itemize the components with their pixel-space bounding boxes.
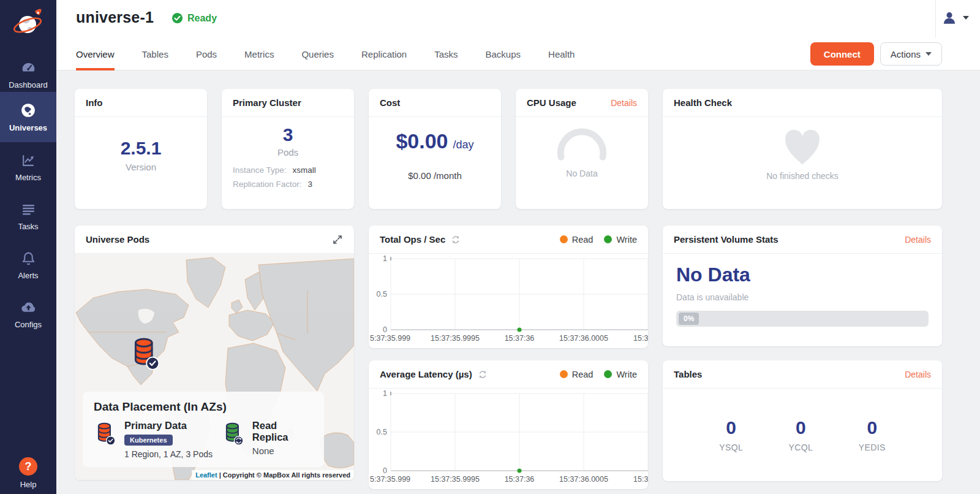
app-logo[interactable] xyxy=(0,4,56,43)
gauge-arc-icon xyxy=(551,128,612,162)
persistent-volume-card-body: No Data Data is unavailable 0% xyxy=(663,254,942,327)
sidebar-item-alerts[interactable]: Alerts xyxy=(0,241,56,290)
pv-progress-value: 0% xyxy=(679,313,699,325)
sidebar-item-metrics[interactable]: Metrics xyxy=(0,143,56,192)
tab-backups[interactable]: Backups xyxy=(486,38,521,70)
card-title: Cost xyxy=(380,97,400,108)
cost-per-day: /day xyxy=(453,139,474,151)
universe-pods-card-header: Universe Pods xyxy=(75,226,354,254)
data-placement-columns: Primary Data Kubernetes 1 Region, 1 AZ, … xyxy=(94,420,313,459)
primary-cluster-map-marker[interactable] xyxy=(129,335,162,373)
cost-card: Cost $0.00 /day $0.00 /month xyxy=(369,89,501,209)
cost-card-header: Cost xyxy=(369,89,501,117)
version-label: Version xyxy=(126,162,156,172)
version-value: 2.5.1 xyxy=(121,138,162,159)
expand-icon[interactable] xyxy=(332,234,343,245)
tab-tasks[interactable]: Tasks xyxy=(434,38,458,70)
ysql-label: YSQL xyxy=(719,443,743,452)
map-attribution: Leaflet | Copyright © MapBox All rights … xyxy=(192,470,354,480)
svg-text:15:37:36: 15:37:36 xyxy=(505,475,535,484)
tab-queries[interactable]: Queries xyxy=(301,38,334,70)
user-avatar-icon xyxy=(941,10,957,26)
persistent-volume-card-header: Persistent Volume Stats Details xyxy=(663,226,942,254)
cluster-detail-rows: Instance Type: xsmall Replication Factor… xyxy=(222,165,354,189)
leaflet-link[interactable]: Leaflet xyxy=(195,471,217,479)
world-map[interactable]: Data Placement (In AZs) Primary Data Kub… xyxy=(75,254,354,480)
info-card-body: 2.5.1 Version xyxy=(75,117,207,172)
svg-text:15:37:: 15:37: xyxy=(633,334,648,343)
status-badge: Ready xyxy=(172,12,217,24)
status-label: Ready xyxy=(187,13,217,24)
primary-data-column: Primary Data Kubernetes 1 Region, 1 AZ, … xyxy=(94,420,222,459)
sidebar-item-tasks[interactable]: Tasks xyxy=(0,192,56,241)
ycql-label: YCQL xyxy=(789,443,813,452)
cost-daily: $0.00 /day xyxy=(396,129,473,153)
total-ops-card: Total Ops / Sec Read Write 10.505:37:35.… xyxy=(369,226,648,348)
pv-no-data-label: No Data xyxy=(676,264,929,286)
sidebar: Dashboard Universes Metrics Tasks xyxy=(0,0,56,494)
tab-metrics[interactable]: Metrics xyxy=(244,38,274,70)
tab-tables[interactable]: Tables xyxy=(142,38,168,70)
app-root: Dashboard Universes Metrics Tasks xyxy=(0,0,980,494)
sidebar-item-label: Help xyxy=(20,480,37,489)
total-ops-chart-plot[interactable]: 10.505:37:35.99915:37:35.999515:37:3615:… xyxy=(369,254,648,348)
read-legend-dot xyxy=(560,235,568,243)
cpu-details-link[interactable]: Details xyxy=(611,98,637,108)
connect-button[interactable]: Connect xyxy=(810,42,874,66)
tab-pods[interactable]: Pods xyxy=(196,38,217,70)
card-title: Tables xyxy=(674,369,702,379)
data-placement-title: Data Placement (In AZs) xyxy=(94,400,313,414)
cpu-no-data-label: No Data xyxy=(566,169,597,178)
header-divider xyxy=(935,0,936,38)
tab-label: Backups xyxy=(486,49,521,59)
heart-icon xyxy=(782,129,823,166)
cost-amount: $0.00 xyxy=(396,129,448,153)
svg-text:15:37:36.0005: 15:37:36.0005 xyxy=(559,334,608,343)
primary-data-desc: 1 Region, 1 AZ, 3 Pods xyxy=(124,449,213,459)
svg-text:0.5: 0.5 xyxy=(377,290,387,298)
tab-label: Replication xyxy=(361,49,407,59)
cost-card-body: $0.00 /day $0.00 /month xyxy=(369,117,501,181)
tab-overview[interactable]: Overview xyxy=(76,38,115,70)
legend-write: Write xyxy=(604,370,637,379)
write-legend-dot xyxy=(604,235,612,243)
sidebar-item-label: Configs xyxy=(15,320,42,329)
data-placement-panel: Data Placement (In AZs) Primary Data Kub… xyxy=(83,392,324,467)
pv-unavailable-label: Data is unavailable xyxy=(676,292,929,302)
tab-health[interactable]: Health xyxy=(548,38,575,70)
legend-label: Write xyxy=(616,235,637,245)
pv-progress-bar: 0% xyxy=(676,311,929,327)
svg-text:1: 1 xyxy=(383,254,387,263)
sidebar-item-label: Dashboard xyxy=(9,80,48,89)
tables-card-body: 0 YSQL 0 YCQL 0 YEDIS xyxy=(663,389,942,481)
total-ops-card-header: Total Ops / Sec Read Write xyxy=(369,226,648,254)
read-legend-dot xyxy=(560,370,568,378)
actions-button[interactable]: Actions xyxy=(880,42,942,66)
yedis-label: YEDIS xyxy=(859,443,886,452)
tab-replication[interactable]: Replication xyxy=(361,38,407,70)
pods-label: Pods xyxy=(277,147,298,158)
card-title: Persistent Volume Stats xyxy=(674,234,778,245)
svg-text:5:37:35.999: 5:37:35.999 xyxy=(370,334,410,343)
primary-data-label: Primary Data xyxy=(124,420,213,431)
pv-details-link[interactable]: Details xyxy=(905,235,931,245)
legend-write: Write xyxy=(604,235,637,245)
globe-icon xyxy=(20,102,36,118)
sidebar-item-help[interactable]: ? Help xyxy=(0,457,56,489)
kubernetes-chip: Kubernetes xyxy=(124,435,173,446)
planet-rocket-logo-icon xyxy=(12,7,44,40)
average-latency-card-header: Average Latency (µs) Read Write xyxy=(369,360,648,389)
refresh-icon[interactable] xyxy=(451,235,461,245)
card-title: Health Check xyxy=(674,97,732,108)
average-latency-chart-plot[interactable]: 10.505:37:35.99915:37:35.999515:37:3615:… xyxy=(369,389,648,489)
tables-details-link[interactable]: Details xyxy=(905,370,931,379)
chevron-down-icon xyxy=(963,16,969,20)
cpu-usage-card-body: No Data xyxy=(516,117,648,178)
svg-text:15:37:35.9995: 15:37:35.9995 xyxy=(431,334,480,343)
sidebar-item-configs[interactable]: Configs xyxy=(0,290,56,339)
user-menu[interactable] xyxy=(941,10,969,26)
tab-label: Pods xyxy=(196,49,217,59)
sidebar-item-universes[interactable]: Universes xyxy=(0,92,56,142)
persistent-volume-card: Persistent Volume Stats Details No Data … xyxy=(663,226,942,346)
refresh-icon[interactable] xyxy=(478,370,488,379)
